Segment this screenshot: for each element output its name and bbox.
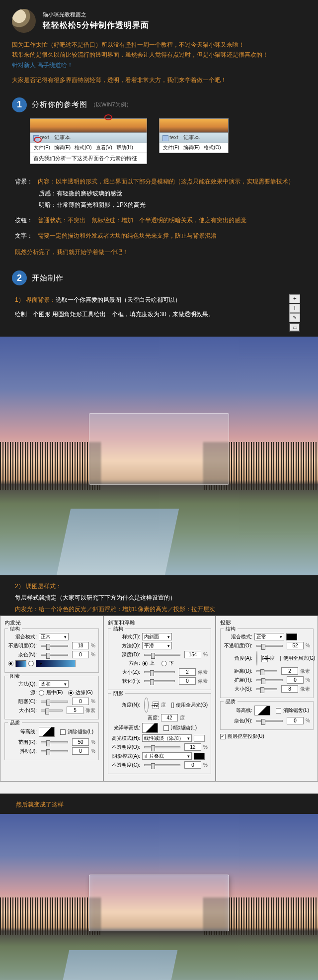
unit: % [203,652,208,657]
depth-slider[interactable] [144,654,180,656]
label: 方向: [111,660,140,667]
angle-dial[interactable] [144,698,149,713]
opacity-input[interactable]: 52 [287,642,304,649]
step2-num: 2） [15,583,24,590]
source-center-radio[interactable] [39,690,44,696]
unit: % [91,699,95,704]
shadow-color-swatch[interactable] [194,753,205,760]
label: 混合模式: [8,633,37,640]
size-input[interactable]: 2 [179,668,196,676]
highlight-color-swatch[interactable] [194,735,205,742]
step1-label: 界面背景： [26,296,56,303]
noise-input[interactable]: 0 [72,651,89,658]
size-slider[interactable] [41,710,63,712]
antialias-checkbox[interactable] [60,729,66,735]
unit: 像素 [300,686,310,693]
noise-input[interactable]: 0 [287,717,304,724]
label: 不透明度(O): [8,642,37,649]
step2-label: 调图层样式： [26,583,62,590]
altitude-input[interactable]: 42 [161,714,178,721]
blend-mode-select[interactable]: 正常 [254,633,284,640]
label: 源: [8,689,37,696]
inner-glow-panel: 内发光 结构 混合模式:正常 不透明度(O):18% 杂色(N):0% 图素 方… [0,616,103,782]
range-slider[interactable] [41,741,68,743]
distance-input[interactable]: 2 [281,667,298,675]
global-light-checkbox[interactable] [280,656,281,661]
label: 大小(S): [8,707,37,714]
bg-line1: 内容：以半透明的形式，透出界面以下部分是模糊的（这点只能在效果中演示，实现需要靠… [38,178,294,185]
label: 高度: [130,714,159,721]
spread-slider[interactable] [256,679,283,681]
opacity-slider[interactable] [41,645,68,647]
dir-up-radio[interactable] [142,661,148,666]
step2-line2: 内发光：给一个冷色的反光／斜面浮雕：增加1像素的高光／投影：拉开层次 [15,605,303,614]
opacity-slider[interactable] [256,645,283,647]
noise-slider[interactable] [41,654,68,656]
unit: % [306,677,310,683]
color-radio[interactable] [8,661,13,666]
antialias-checkbox[interactable] [163,725,169,731]
source-edge-radio[interactable] [68,690,74,696]
size-slider[interactable] [256,688,277,690]
intro-line1: 因为工作太忙（好吧这不是借口）所以没有坚持一周一个教程，不过今天猫小咪又来啦！ [12,40,306,50]
opacity-input[interactable]: 18 [72,642,89,649]
dir-down-radio[interactable] [161,661,167,666]
size-input[interactable]: 5 [67,707,83,714]
depth-input[interactable]: 154 [184,651,201,658]
fieldset-title: 品质 [224,698,238,705]
soften-input[interactable]: 0 [179,677,196,685]
highlight-opacity-slider[interactable] [144,746,180,748]
ref2-window-title: text - 记事本 [159,132,229,143]
style-select[interactable]: 内斜面 [142,633,172,640]
angle-dial[interactable] [256,651,257,666]
step2-line1: 每层样式就搞定（大家可以研究下下方为什么是这样设置的） [15,594,303,602]
label: 阻塞(C): [8,698,37,705]
label: 距离(D): [224,668,252,675]
unit: % [203,744,208,750]
antialias-checkbox[interactable] [276,708,281,713]
color-swatch[interactable] [15,660,26,667]
label: 大小(S): [224,686,252,693]
shadow-color-swatch[interactable] [286,633,297,640]
size-slider[interactable] [144,671,175,673]
txt-label: 文字： [15,230,38,242]
btn-line1: 普通状态：不突出 鼠标经过：增加一个半透明的明暗关系，使之有突出的感觉 [38,217,246,224]
shadow-opacity-slider[interactable] [144,764,180,766]
label: 深度(D): [111,651,140,658]
choke-input[interactable]: 0 [72,698,89,705]
highlight-opacity-input[interactable]: 12 [184,743,201,751]
global-light-checkbox[interactable] [171,703,173,708]
label: 角度(N): [111,702,140,709]
range-input[interactable]: 50 [72,738,89,746]
soften-slider[interactable] [144,680,175,682]
technique-select[interactable]: 平滑 [142,642,172,649]
gradient-radio[interactable] [28,661,34,666]
knockout-checkbox[interactable] [220,734,226,739]
contour-picker[interactable] [254,706,270,715]
highlight-mode-select[interactable]: 线性减淡（添加） [142,734,192,742]
step2-result-image: 查字典 教程网 [0,814,318,980]
unit: 度 [180,714,185,721]
method-select[interactable]: 柔和 [39,680,69,688]
gradient-select[interactable] [36,660,76,667]
section2-number-icon: 2 [12,270,27,285]
jitter-input[interactable]: 0 [72,747,89,755]
size-input[interactable]: 8 [281,685,298,693]
radio-label: 居中(E) [46,689,63,696]
jitter-slider[interactable] [41,750,68,752]
label: 等高线: [8,728,37,735]
label: 方法(Q): [111,642,140,649]
choke-slider[interactable] [41,701,68,703]
fieldset-title: 结构 [111,625,125,632]
distance-slider[interactable] [256,670,277,672]
spread-input[interactable]: 0 [287,676,304,684]
label: 光泽等高线: [111,724,140,731]
label: 方法(Q): [8,681,37,688]
shadow-mode-select[interactable]: 正片叠底 [142,752,192,760]
gloss-contour-picker[interactable] [142,723,158,733]
noise-slider[interactable] [256,720,283,722]
blend-mode-select[interactable]: 正常 [39,633,69,640]
section2-title: 开始制作 [32,273,64,283]
contour-picker[interactable] [39,727,55,737]
shadow-opacity-input[interactable]: 0 [184,761,201,769]
